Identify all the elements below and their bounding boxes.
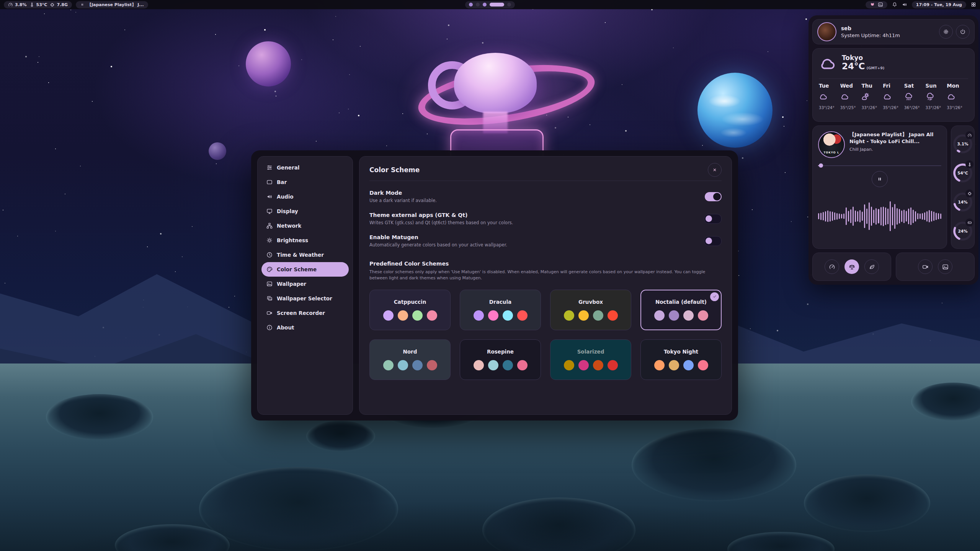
- track-title: 【Japanese Playlist】 Japan All Night - To…: [849, 131, 941, 145]
- toggle-on[interactable]: [705, 192, 722, 201]
- profile-powersave[interactable]: [864, 259, 879, 274]
- sidebar-item-display[interactable]: Display: [261, 204, 349, 218]
- settings-content: Color Scheme Dark ModeUse a dark variant…: [359, 156, 732, 415]
- volume-button[interactable]: [902, 2, 907, 7]
- color-dot: [517, 310, 528, 321]
- cloud-icon: [819, 55, 836, 72]
- color-dot: [398, 310, 408, 321]
- color-dot: [698, 310, 708, 321]
- scales-icon: [849, 264, 855, 270]
- album-art: TOKYO L: [818, 131, 845, 158]
- tray-app[interactable]: [870, 2, 875, 7]
- scheme-card-rosepine[interactable]: Rosepine: [460, 339, 541, 380]
- sidebar-item-wallpaper[interactable]: Wallpaper: [261, 277, 349, 291]
- color-dot: [383, 360, 394, 370]
- toggle-list: Dark ModeUse a dark variant if available…: [369, 190, 722, 248]
- forecast-row: Tue33°/24°Wed35°/25°Thu33°/26°Fri35°/26°…: [819, 83, 968, 110]
- image-icon: [878, 2, 883, 7]
- scheme-card-gruvbox[interactable]: Gruvbox: [550, 290, 631, 330]
- gauge-speedometer: 3.1%: [952, 131, 973, 156]
- media-pill[interactable]: 【Japanese Playlist】 J...: [76, 1, 148, 8]
- disk-icon: [967, 220, 972, 225]
- color-dot: [698, 360, 708, 370]
- tray-image[interactable]: [878, 2, 883, 7]
- sidebar-item-network[interactable]: Network: [261, 218, 349, 233]
- cloud-icon: [840, 92, 849, 101]
- forecast-day: Wed35°/25°: [840, 83, 862, 110]
- gauge-disk: 24%: [952, 218, 973, 243]
- video-icon: [922, 264, 929, 270]
- audio-visualizer: [818, 189, 941, 243]
- toggle-row: Theme external apps (GTK & Qt)Writes GTK…: [369, 212, 722, 225]
- sidebar-item-wallpaper-selector[interactable]: Wallpaper Selector: [261, 291, 349, 306]
- clock-pill[interactable]: 17:09 - Tue, 19 Aug: [912, 1, 966, 8]
- settings-button[interactable]: [939, 25, 953, 39]
- user-card: seb System Uptime: 4h11m: [812, 19, 975, 44]
- play-pause-button[interactable]: [872, 171, 888, 187]
- speedometer-icon: [8, 2, 13, 7]
- palette-icon: [266, 266, 273, 272]
- system-tray: [866, 1, 887, 8]
- quick-actions-card: [896, 253, 975, 281]
- close-button[interactable]: [708, 163, 722, 177]
- sidebar-item-bar[interactable]: Bar: [261, 175, 349, 189]
- sidebar-item-about[interactable]: About: [261, 320, 349, 335]
- workspace-dot-2[interactable]: [476, 3, 480, 7]
- speaker-icon: [902, 2, 907, 7]
- bell-icon: [892, 2, 897, 7]
- settings-sidebar: GeneralBarAudioDisplayNetworkBrightnessT…: [257, 156, 353, 415]
- clock-label: 17:09 - Tue, 19 Aug: [916, 2, 962, 7]
- scheme-card-solarized[interactable]: Solarized: [550, 339, 631, 380]
- grid-icon: [971, 2, 976, 7]
- wallpaper-button[interactable]: [938, 259, 952, 274]
- sidebar-item-color-scheme[interactable]: Color Scheme: [261, 262, 349, 277]
- cloud-icon: [819, 55, 836, 74]
- sidebar-item-audio[interactable]: Audio: [261, 189, 349, 204]
- sidebar-item-general[interactable]: General: [261, 160, 349, 175]
- color-dot: [488, 360, 498, 370]
- power-button[interactable]: [956, 25, 970, 39]
- color-dot: [503, 360, 513, 370]
- image-icon: [942, 264, 949, 270]
- workspace-dot-3[interactable]: [483, 3, 487, 7]
- app-launcher-button[interactable]: [971, 2, 976, 7]
- workspace-dot-4[interactable]: [490, 3, 504, 7]
- workspace-dot-1[interactable]: [469, 3, 473, 7]
- profile-balanced[interactable]: [844, 259, 859, 274]
- media-pill-label: 【Japanese Playlist】 J...: [87, 2, 144, 8]
- power-profile-card: [812, 253, 891, 281]
- forecast-day: Thu33°/26°: [861, 83, 883, 110]
- workspace-dot-5[interactable]: [507, 3, 511, 7]
- workspace-indicator: [465, 1, 515, 8]
- color-dot: [578, 310, 589, 321]
- cloud-icon: [883, 92, 892, 101]
- weather-temp: 24°C: [842, 61, 865, 71]
- sidebar-item-screen-recorder[interactable]: Screen Recorder: [261, 306, 349, 320]
- pause-icon: [80, 2, 85, 7]
- power-icon: [960, 29, 966, 35]
- scheme-grid: CatppuccinDraculaGruvboxNoctalia (defaul…: [369, 290, 722, 380]
- sidebar-item-brightness[interactable]: Brightness: [261, 233, 349, 248]
- color-dot: [412, 360, 423, 370]
- color-dot: [578, 360, 589, 370]
- sidebar-item-time-weather[interactable]: Time & Weather: [261, 248, 349, 262]
- scheme-card-catppuccin[interactable]: Catppuccin: [369, 290, 451, 330]
- seek-bar[interactable]: [818, 163, 941, 167]
- screen-recorder-button[interactable]: [918, 259, 933, 274]
- weather-card: Tokyo 24°C(GMT+9) Tue33°/24°Wed35°/25°Th…: [812, 48, 975, 122]
- color-dot: [412, 310, 423, 321]
- media-player-card: TOKYO L 【Japanese Playlist】 Japan All Ni…: [812, 126, 947, 249]
- scheme-card-tokyo-night[interactable]: Tokyo Night: [640, 339, 722, 380]
- forecast-day: Mon33°/26°: [947, 83, 968, 110]
- toggle-off[interactable]: [704, 214, 722, 224]
- toggle-off[interactable]: [704, 236, 722, 246]
- notifications-button[interactable]: [892, 2, 897, 7]
- profile-performance[interactable]: [825, 259, 839, 274]
- scheme-card-nord[interactable]: Nord: [369, 339, 451, 380]
- scheme-card-dracula[interactable]: Dracula: [460, 290, 541, 330]
- storm-icon: [926, 92, 934, 101]
- color-dot: [654, 360, 665, 370]
- scheme-card-noctalia-default-[interactable]: Noctalia (default): [640, 290, 722, 330]
- uptime-label: System Uptime: 4h11m: [841, 33, 900, 38]
- selected-badge: [710, 292, 719, 301]
